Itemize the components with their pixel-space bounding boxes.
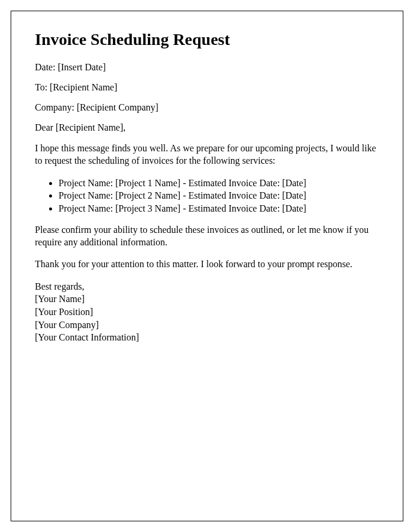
to-label: To: bbox=[35, 82, 50, 92]
company-label: Company: bbox=[35, 102, 77, 112]
company-value: [Recipient Company] bbox=[77, 102, 159, 112]
date-value: [Insert Date] bbox=[58, 62, 106, 72]
page-title: Invoice Scheduling Request bbox=[35, 30, 379, 49]
salutation: Dear [Recipient Name], bbox=[35, 122, 379, 133]
document-page: Invoice Scheduling Request Date: [Insert… bbox=[11, 11, 403, 521]
closing-name: [Your Name] bbox=[35, 293, 379, 306]
list-item: Project Name: [Project 1 Name] - Estimat… bbox=[59, 177, 379, 190]
list-item: Project Name: [Project 2 Name] - Estimat… bbox=[59, 189, 379, 202]
thanks-paragraph: Thank you for your attention to this mat… bbox=[35, 258, 379, 271]
signature-block: Best regards, [Your Name] [Your Position… bbox=[35, 280, 379, 344]
intro-paragraph: I hope this message finds you well. As w… bbox=[35, 142, 379, 167]
closing-regards: Best regards, bbox=[35, 280, 379, 293]
date-line: Date: [Insert Date] bbox=[35, 62, 379, 73]
confirm-paragraph: Please confirm your ability to schedule … bbox=[35, 224, 379, 249]
closing-company: [Your Company] bbox=[35, 319, 379, 332]
list-item: Project Name: [Project 3 Name] - Estimat… bbox=[59, 202, 379, 215]
to-line: To: [Recipient Name] bbox=[35, 82, 379, 93]
closing-contact: [Your Contact Information] bbox=[35, 331, 379, 344]
project-list: Project Name: [Project 1 Name] - Estimat… bbox=[59, 177, 379, 215]
closing-position: [Your Position] bbox=[35, 306, 379, 319]
to-value: [Recipient Name] bbox=[50, 82, 117, 92]
company-line: Company: [Recipient Company] bbox=[35, 102, 379, 113]
date-label: Date: bbox=[35, 62, 58, 72]
